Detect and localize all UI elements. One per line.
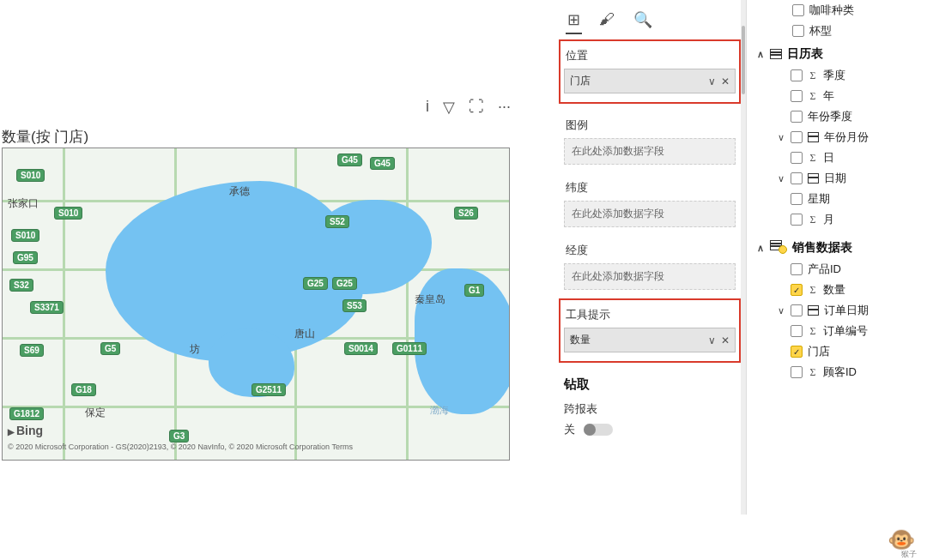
road-badge: S010	[11, 229, 39, 242]
field-row[interactable]: Σ顾客ID	[751, 362, 927, 382]
field-row[interactable]: 年份季度	[751, 106, 927, 127]
expand-caret[interactable]: ∧	[756, 49, 765, 60]
cross-report-toggle[interactable]: 关	[554, 418, 623, 441]
field-row[interactable]: 杯型	[751, 21, 927, 41]
field-row[interactable]: Σ月	[751, 209, 927, 230]
tab-format-icon[interactable]: 🖌	[597, 7, 616, 34]
scrollbar[interactable]	[741, 0, 746, 515]
field-well-legend[interactable]: 在此处添加数据字段	[564, 138, 736, 165]
road-badge: S0014	[344, 342, 378, 355]
checkbox[interactable]	[792, 4, 804, 16]
checkbox[interactable]	[791, 304, 803, 316]
highlight-location: 位置 门店 ∨ ✕	[559, 39, 741, 104]
checkbox[interactable]	[791, 111, 803, 123]
more-options-icon[interactable]: ···	[494, 96, 514, 118]
map-credits: © 2020 Microsoft Corporation - GS(2020)2…	[8, 443, 353, 451]
checkbox[interactable]	[792, 25, 804, 37]
field-row[interactable]: 产品ID	[751, 259, 927, 280]
checkbox[interactable]	[791, 214, 803, 226]
field-row[interactable]: Σ年	[751, 86, 927, 106]
toggle-state-label: 关	[564, 422, 575, 437]
road-badge: G3	[169, 430, 189, 443]
checkbox[interactable]	[791, 325, 803, 337]
visualizations-pane: ⊞ 🖌 🔍 位置 门店 ∨ ✕ 图例 在此处添加数据字段 纬度 在此处添加数据字…	[554, 0, 747, 515]
road-badge: G25	[303, 277, 328, 290]
tab-analytics-icon[interactable]: 🔍	[632, 7, 654, 34]
table-name: 销售数据表	[792, 240, 852, 256]
checkbox[interactable]	[791, 152, 803, 164]
expand-caret[interactable]: ∧	[756, 243, 765, 254]
focus-mode-icon[interactable]: ⛶	[465, 96, 488, 118]
city-label: 承德	[229, 184, 250, 199]
expand-caret[interactable]: ∨	[777, 173, 785, 184]
well-label-longitude: 经度	[564, 238, 736, 262]
checkbox[interactable]	[791, 90, 803, 102]
checkbox[interactable]	[791, 346, 803, 358]
field-row[interactable]: ∨日期	[751, 168, 927, 189]
field-row[interactable]: Σ季度	[751, 65, 927, 86]
field-label: 产品ID	[808, 262, 841, 277]
chip-text: 门店	[570, 74, 591, 88]
field-label: 日	[823, 150, 834, 166]
road-badge: G1812	[9, 407, 44, 420]
road-badge: S010	[16, 169, 45, 182]
road-badge: G18	[71, 383, 96, 396]
field-row[interactable]: Σ日	[751, 148, 927, 168]
sigma-icon: Σ	[808, 366, 818, 379]
road-badge: S52	[325, 215, 349, 228]
info-icon[interactable]: i	[422, 96, 433, 118]
visual-toolbar: i ▽ ⛶ ···	[422, 96, 514, 118]
checkbox[interactable]	[791, 193, 803, 205]
field-label: 咖啡种类	[809, 3, 854, 18]
field-label: 月	[823, 212, 834, 227]
checkbox[interactable]	[791, 172, 803, 184]
table-header-calendar[interactable]: ∧ 日历表	[751, 41, 927, 65]
field-label: 订单日期	[824, 303, 869, 318]
field-well-longitude[interactable]: 在此处添加数据字段	[564, 263, 736, 290]
remove-field-icon[interactable]: ✕	[721, 75, 730, 87]
toggle-track	[584, 424, 613, 436]
field-well-latitude[interactable]: 在此处添加数据字段	[564, 201, 736, 227]
tab-fields-icon[interactable]: ⊞	[566, 7, 582, 34]
city-label: 秦皇岛	[415, 292, 445, 307]
checkbox[interactable]	[791, 69, 803, 81]
expand-caret[interactable]: ∨	[777, 305, 785, 316]
field-row[interactable]: Σ订单编号	[751, 321, 927, 341]
field-row[interactable]: ∨订单日期	[751, 300, 927, 321]
field-row[interactable]: 咖啡种类	[751, 0, 927, 21]
road-badge: S010	[54, 207, 82, 220]
active-indicator-icon	[779, 245, 787, 254]
city-label: 保定	[85, 406, 106, 420]
city-label: 张家口	[8, 196, 39, 211]
road-badge: G5	[100, 342, 120, 355]
remove-field-icon[interactable]: ✕	[721, 334, 730, 346]
table-name: 日历表	[787, 46, 823, 62]
checkbox[interactable]	[791, 131, 803, 143]
city-label: 坊	[190, 342, 200, 357]
field-row[interactable]: ∨年份月份	[751, 127, 927, 148]
field-label: 门店	[808, 344, 830, 359]
map-canvas[interactable]: S010 S010 G95 S32 S3371 S69 G5 G18 G1812…	[2, 148, 510, 461]
road-badge: S26	[454, 207, 478, 220]
road-badge: G45	[370, 157, 395, 170]
table-header-sales[interactable]: ∧ 销售数据表	[751, 235, 927, 259]
field-chip-tooltip[interactable]: 数量 ∨ ✕	[564, 328, 736, 352]
expand-caret[interactable]: ∨	[777, 132, 785, 143]
filter-icon[interactable]: ▽	[439, 96, 458, 118]
chip-text: 数量	[570, 333, 591, 347]
field-row[interactable]: 星期	[751, 189, 927, 209]
well-label-latitude: 纬度	[564, 175, 736, 199]
field-chip-location[interactable]: 门店 ∨ ✕	[564, 69, 736, 93]
checkbox[interactable]	[791, 263, 803, 275]
chevron-down-icon[interactable]: ∨	[708, 334, 716, 346]
checkbox[interactable]	[791, 366, 803, 378]
field-row[interactable]: 门店	[751, 341, 927, 362]
sigma-icon: Σ	[808, 325, 818, 338]
sigma-icon: Σ	[808, 214, 818, 226]
road-badge: G25	[332, 277, 357, 290]
sigma-icon: Σ	[808, 284, 818, 297]
chevron-down-icon[interactable]: ∨	[708, 75, 716, 87]
sigma-icon: Σ	[808, 90, 818, 103]
checkbox[interactable]	[791, 284, 803, 296]
field-row[interactable]: Σ数量	[751, 280, 927, 300]
